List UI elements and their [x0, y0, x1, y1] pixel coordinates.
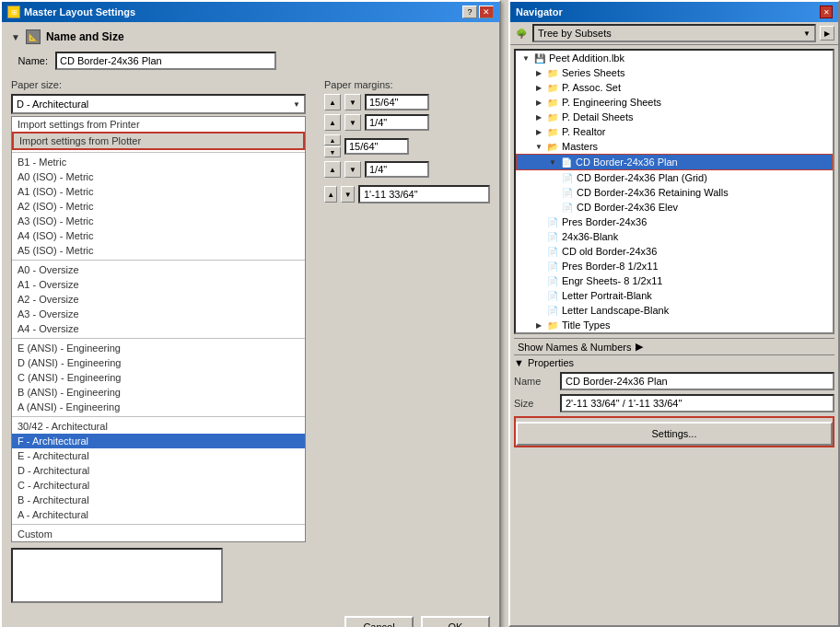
navigator-toolbar: 🌳 Tree by Subsets ▼ ▶: [510, 22, 838, 45]
tree-root[interactable]: ▼ 💾 Peet Addition.lbk: [516, 51, 833, 65]
tree-root-label: Peet Addition.lbk: [549, 52, 624, 64]
tree-view[interactable]: ▼ 💾 Peet Addition.lbk ▶ 📁 Series Sheets …: [514, 49, 834, 334]
e-ansi-eng-option[interactable]: E (ANSI) - Engineering: [12, 341, 305, 355]
tree-item-series-sheets[interactable]: ▶ 📁 Series Sheets: [516, 65, 833, 80]
collapse-arrow[interactable]: ▼: [11, 32, 20, 42]
tree-expand-cd-border[interactable]: ▼: [546, 156, 559, 168]
margin-up-btn-4[interactable]: ▲: [324, 161, 341, 178]
margin-input-2[interactable]: [365, 114, 429, 131]
navigator-titlebar: Navigator ✕: [510, 2, 838, 22]
f-arch-option[interactable]: F - Architectural: [12, 434, 305, 448]
tree-item-p-detail-sheets[interactable]: ▶ 📁 P. Detail Sheets: [516, 110, 833, 124]
margin-down-btn-1[interactable]: ▼: [344, 94, 361, 110]
folder-icon-p-realtor: 📁: [545, 125, 560, 138]
a3-oversize-option[interactable]: A3 - Oversize: [12, 307, 305, 321]
tree-expand-title-types[interactable]: ▶: [532, 319, 545, 331]
tree-item-cd-old-border[interactable]: 📄 CD old Border-24x36: [516, 244, 833, 259]
tree-by-subsets-dropdown[interactable]: Tree by Subsets ▼: [532, 24, 816, 42]
close-button[interactable]: ✕: [479, 6, 494, 18]
a2-oversize-option[interactable]: A2 - Oversize: [12, 292, 305, 307]
tree-item-p-eng-sheets[interactable]: ▶ 📁 P. Engineering Sheets: [516, 95, 833, 110]
name-input[interactable]: [55, 52, 276, 70]
a1-oversize-option[interactable]: A1 - Oversize: [12, 277, 305, 292]
margin-input-4[interactable]: [365, 161, 429, 178]
a0-oversize-option[interactable]: A0 - Oversize: [12, 262, 305, 277]
tree-item-p-realtor[interactable]: ▶ 📁 P. Realtor: [516, 124, 833, 139]
e-arch-option[interactable]: E - Architectural: [12, 448, 305, 463]
paper-size-dropdown[interactable]: Import settings from Printer Import sett…: [11, 116, 306, 542]
paper-size-select[interactable]: D - Architectural ▼: [11, 94, 306, 114]
navigator-forward-button[interactable]: ▶: [820, 26, 834, 41]
tree-label-p-detail-sheets: P. Detail Sheets: [562, 111, 633, 122]
tree-item-cd-border-elev[interactable]: 📄 CD Border-24x36 Elev: [516, 200, 833, 215]
a1-iso-metric-option[interactable]: A1 (ISO) - Metric: [12, 184, 305, 199]
d-ansi-eng-option[interactable]: D (ANSI) - Engineering: [12, 355, 305, 370]
tree-item-letter-landscape[interactable]: 📄 Letter Landscape-Blank: [516, 303, 833, 318]
a0-iso-metric-option[interactable]: A0 (ISO) - Metric: [12, 169, 305, 184]
tree-item-p-assoc-set[interactable]: ▶ 📁 P. Assoc. Set: [516, 80, 833, 95]
tree-item-cd-border-grid[interactable]: 📄 CD Border-24x36 Plan (Grid): [516, 170, 833, 185]
b-ansi-eng-option[interactable]: B (ANSI) - Engineering: [12, 385, 305, 400]
dropdown-separator-4: [12, 416, 305, 417]
30-42-arch-option[interactable]: 30/42 - Architectural: [12, 419, 305, 434]
ok-button[interactable]: OK: [421, 616, 490, 627]
tree-item-masters[interactable]: ▼ 📂 Masters: [516, 139, 833, 154]
margin-down-btn-4[interactable]: ▼: [344, 161, 361, 178]
tree-dropdown-arrow-icon: ▼: [803, 29, 811, 38]
a2-iso-metric-option[interactable]: A2 (ISO) - Metric: [12, 199, 305, 214]
import-plotter-option[interactable]: Import settings from Plotter: [12, 132, 305, 150]
tree-expand-p-eng-sheets[interactable]: ▶: [532, 96, 545, 109]
custom-option[interactable]: Custom: [12, 527, 305, 541]
b1-metric-option[interactable]: B1 - Metric: [12, 155, 305, 169]
margin-up-btn-2[interactable]: ▲: [324, 114, 341, 131]
tree-expand-series-sheets[interactable]: ▶: [532, 66, 545, 79]
a4-iso-metric-option[interactable]: A4 (ISO) - Metric: [12, 228, 305, 243]
navigator-close-button[interactable]: ✕: [820, 6, 833, 18]
a5-iso-metric-option[interactable]: A5 (ISO) - Metric: [12, 243, 305, 258]
d-arch-option[interactable]: D - Architectural: [12, 463, 305, 478]
tree-expand-p-realtor[interactable]: ▶: [532, 125, 545, 138]
a-ansi-eng-option[interactable]: A (ANSI) - Engineering: [12, 400, 305, 414]
tree-item-pres-border-8[interactable]: 📄 Pres Border-8 1/2x11: [516, 259, 833, 273]
tree-item-title-types[interactable]: ▶ 📁 Title Types: [516, 318, 833, 332]
file-icon-pres-border: 📄: [545, 215, 560, 228]
c-arch-option[interactable]: C - Architectural: [12, 478, 305, 493]
tree-expand-p-assoc-set[interactable]: ▶: [532, 81, 545, 94]
help-button[interactable]: ?: [462, 6, 477, 18]
size-up-btn[interactable]: ▲: [324, 186, 337, 203]
settings-button[interactable]: Settings...: [516, 422, 833, 446]
tree-root-icon: 💾: [532, 52, 547, 64]
a3-iso-metric-option[interactable]: A3 (ISO) - Metric: [12, 214, 305, 228]
margin-up-btn-3[interactable]: ▲: [324, 134, 341, 145]
import-printer-option[interactable]: Import settings from Printer: [12, 117, 305, 132]
tree-item-cd-border-24x36-plan[interactable]: ▼ 📄 CD Border-24x36 Plan: [516, 154, 833, 170]
show-names-numbers-toolbar[interactable]: Show Names & Numbers ▶: [514, 338, 834, 355]
a-arch-option[interactable]: A - Architectural: [12, 507, 305, 522]
paper-size-label: Paper size:: [11, 79, 306, 90]
tree-item-engr-sheets[interactable]: 📄 Engr Sheets- 8 1/2x11: [516, 273, 833, 288]
margin-down-btn-3[interactable]: ▼: [324, 146, 341, 157]
margin-down-btn-2[interactable]: ▼: [344, 114, 361, 131]
properties-collapse-arrow[interactable]: ▼: [514, 357, 524, 368]
tree-expand-p-detail-sheets[interactable]: ▶: [532, 110, 545, 123]
margin-input-1[interactable]: [365, 94, 429, 110]
margin-row-2: ▲ ▼: [324, 114, 490, 131]
margin-up-btn-1[interactable]: ▲: [324, 94, 341, 110]
size-display: 1'-11 33/64": [358, 185, 490, 203]
c-ansi-eng-option[interactable]: C (ANSI) - Engineering: [12, 370, 305, 385]
size-down-btn[interactable]: ▼: [341, 186, 354, 203]
name-label: Name:: [11, 55, 48, 66]
tree-item-24x36-blank[interactable]: 📄 24x36-Blank: [516, 229, 833, 244]
tree-item-letter-portrait[interactable]: 📄 Letter Portrait-Blank: [516, 288, 833, 303]
a4-oversize-option[interactable]: A4 - Oversize: [12, 321, 305, 336]
margin-input-3[interactable]: [344, 138, 409, 155]
properties-title: Properties: [528, 357, 574, 368]
tree-expand-masters[interactable]: ▼: [532, 140, 545, 153]
margins-grid: ▲ ▼ ▲ ▼ ▲ ▼: [324, 94, 490, 178]
b-arch-option[interactable]: B - Architectural: [12, 493, 305, 507]
tree-item-cd-border-retaining[interactable]: 📄 CD Border-24x36 Retaining Walls: [516, 185, 833, 200]
tree-dropdown-label: Tree by Subsets: [538, 28, 612, 39]
cancel-button[interactable]: Cancel: [344, 616, 414, 627]
tree-item-pres-border[interactable]: 📄 Pres Border-24x36: [516, 215, 833, 229]
tree-root-expand[interactable]: ▼: [519, 52, 532, 64]
